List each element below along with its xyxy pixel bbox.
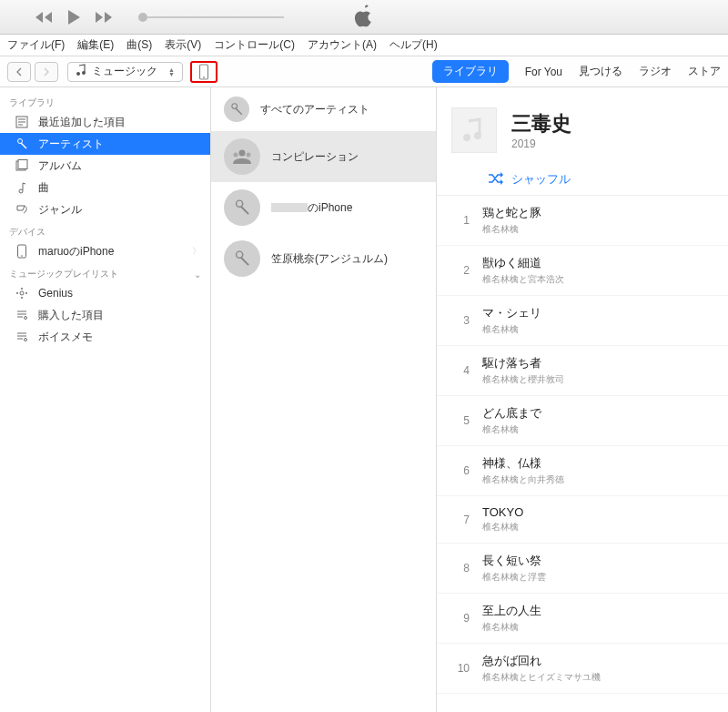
svg-point-13 [25, 292, 27, 294]
shuffle-label: シャッフル [511, 171, 571, 188]
sidebar-item-voicememo[interactable]: ボイスメモ [0, 326, 210, 348]
shuffle-button[interactable]: シャッフル [437, 164, 728, 196]
tab-for-you[interactable]: For You [525, 66, 562, 78]
previous-button[interactable] [35, 11, 53, 24]
svg-point-8 [19, 189, 23, 193]
menu-edit[interactable]: 編集(E) [77, 37, 114, 53]
tab-radio[interactable]: ラジオ [639, 64, 672, 79]
track-title: 神様、仏様 [482, 455, 564, 472]
track-artist: 椎名林檎 [482, 521, 523, 534]
album-icon [15, 159, 29, 172]
track-row[interactable]: 1鶏と蛇と豚椎名林檎 [437, 196, 728, 246]
seek-bar[interactable] [138, 13, 284, 22]
sidebar-item-device-iphone[interactable]: maruoのiPhone 〉 [0, 240, 210, 262]
sidebar-item-label: ボイスメモ [38, 330, 93, 345]
svg-point-0 [76, 72, 80, 76]
sidebar-item-label: 最近追加した項目 [38, 115, 126, 130]
svg-point-18 [232, 104, 238, 109]
sidebar-item-albums[interactable]: アルバム [0, 155, 210, 177]
artist-row[interactable]: のiPhone [211, 182, 436, 233]
menu-bar: ファイル(F) 編集(E) 曲(S) 表示(V) コントロール(C) アカウント… [0, 35, 728, 56]
track-number: 10 [451, 662, 470, 675]
track-row[interactable]: 8長く短い祭椎名林檎と浮雲 [437, 544, 728, 594]
track-artist: 椎名林檎 [482, 621, 541, 634]
tab-discover[interactable]: 見つける [579, 64, 622, 79]
tab-store[interactable]: ストア [688, 64, 721, 79]
main-columns: ライブラリ 最近追加した項目 アーティスト アルバム 曲 ジャンル デバイス m… [0, 87, 728, 712]
updown-arrows-icon: ▲▼ [168, 67, 175, 76]
artist-row-compilations[interactable]: コンピレーション [211, 131, 436, 182]
tab-library[interactable]: ライブラリ [432, 60, 509, 83]
svg-point-25 [474, 132, 481, 139]
artist-label: のiPhone [271, 200, 352, 216]
chevron-right-icon: 〉 [192, 245, 201, 258]
track-title: 鶏と蛇と豚 [482, 205, 541, 221]
microphone-icon [15, 137, 29, 150]
play-button[interactable] [66, 9, 82, 25]
svg-point-24 [463, 134, 470, 141]
sidebar-section-playlists: ミュージックプレイリスト ⌄ [0, 262, 210, 282]
track-artist: 椎名林檎 [482, 223, 541, 236]
sidebar-playlists-head-label: ミュージックプレイリスト [9, 268, 118, 280]
media-type-selector[interactable]: ミュージック ▲▼ [67, 62, 183, 82]
svg-point-14 [21, 297, 23, 299]
playlist-icon [15, 331, 29, 343]
svg-point-19 [239, 150, 246, 157]
sidebar-item-songs[interactable]: 曲 [0, 177, 210, 198]
chevron-down-icon[interactable]: ⌄ [194, 270, 201, 280]
track-row[interactable]: 9至上の人生椎名林檎 [437, 594, 728, 644]
track-number: 6 [451, 464, 470, 477]
artist-row[interactable]: 笠原桃奈(アンジュルム) [211, 233, 436, 284]
menu-control[interactable]: コントロール(C) [214, 37, 295, 53]
titlebar [0, 0, 728, 35]
sidebar-item-purchased[interactable]: 購入した項目 [0, 304, 210, 326]
back-button[interactable] [7, 62, 31, 82]
menu-song[interactable]: 曲(S) [126, 37, 152, 53]
playback-controls [0, 9, 284, 25]
track-title: 駆け落ち者 [482, 355, 564, 371]
menu-account[interactable]: アカウント(A) [308, 37, 377, 53]
svg-point-17 [25, 339, 27, 341]
artist-list: すべてのアーティスト コンピレーション のiPhone 笠原桃奈(アンジュルム) [211, 87, 437, 712]
album-year: 2019 [511, 137, 571, 150]
track-row[interactable]: 4駆け落ち者椎名林檎と櫻井敦司 [437, 346, 728, 396]
next-button[interactable] [95, 11, 113, 24]
track-artist: 椎名林檎と櫻井敦司 [482, 373, 564, 386]
album-header: 三毒史 2019 [437, 87, 728, 164]
menu-file[interactable]: ファイル(F) [7, 37, 65, 53]
artist-label: コンピレーション [271, 149, 359, 165]
menu-help[interactable]: ヘルプ(H) [389, 37, 438, 53]
forward-button[interactable] [35, 62, 58, 82]
playlist-icon [15, 309, 29, 321]
track-row[interactable]: 5どん底まで椎名林檎 [437, 396, 728, 446]
svg-point-23 [237, 251, 243, 258]
recent-icon [15, 116, 29, 128]
artist-row-all[interactable]: すべてのアーティスト [211, 87, 436, 131]
svg-point-3 [203, 76, 205, 78]
sidebar-item-label: アーティスト [38, 137, 104, 152]
genre-icon [15, 203, 29, 216]
device-button[interactable] [190, 61, 217, 83]
svg-point-12 [21, 288, 23, 290]
track-row[interactable]: 6神様、仏様椎名林檎と向井秀徳 [437, 446, 728, 496]
track-row[interactable]: 3マ・シェリ椎名林檎 [437, 296, 728, 346]
toolbar: ミュージック ▲▼ ライブラリ For You 見つける ラジオ ストア [0, 56, 728, 87]
track-row[interactable]: 2獣ゆく細道椎名林檎と宮本浩次 [437, 246, 728, 296]
track-row[interactable]: 10急がば回れ椎名林檎とヒイズミマサユ機 [437, 644, 728, 694]
sidebar-item-artists[interactable]: アーティスト [0, 133, 210, 155]
track-number: 3 [451, 314, 470, 327]
sidebar-item-genius[interactable]: Genius [0, 282, 210, 304]
menu-view[interactable]: 表示(V) [165, 37, 201, 53]
music-note-icon [76, 64, 86, 79]
track-number: 4 [451, 364, 470, 377]
track-title: 長く短い祭 [482, 553, 546, 569]
track-number: 9 [451, 612, 470, 625]
song-icon [15, 181, 29, 194]
track-title: 獣ゆく細道 [482, 255, 564, 271]
sidebar-item-genres[interactable]: ジャンル [0, 198, 210, 220]
sidebar-section-devices: デバイス [0, 220, 210, 240]
track-row[interactable]: 7TOKYO椎名林檎 [437, 496, 728, 544]
people-icon [224, 138, 260, 175]
track-title: TOKYO [482, 505, 523, 519]
sidebar-item-recent[interactable]: 最近追加した項目 [0, 111, 210, 133]
